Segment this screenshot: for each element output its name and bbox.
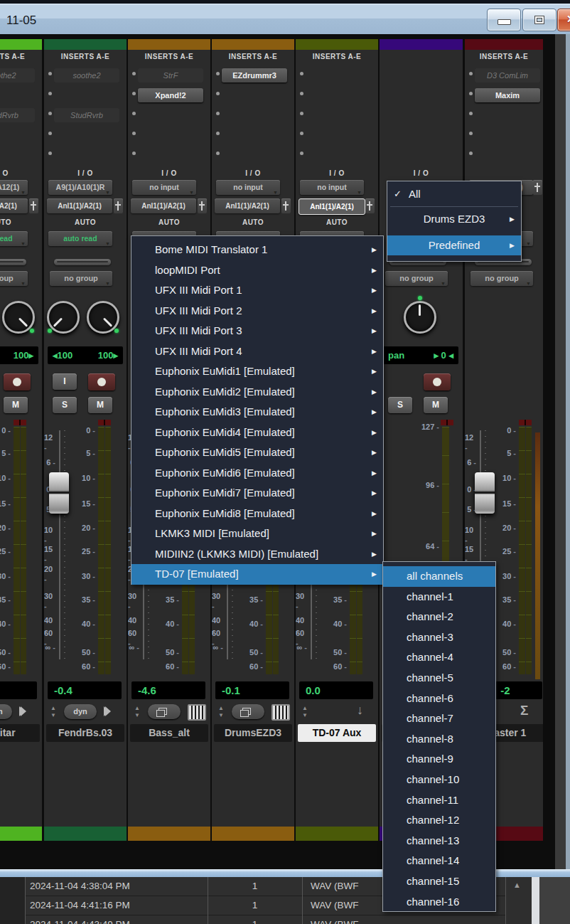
menu-item-midi-channel[interactable]: channel-13 — [383, 831, 495, 851]
menu-item-midi-channel[interactable]: channel-16 — [383, 892, 495, 913]
menu-item-midi-device[interactable]: UFX III Midi Port 4 ▶ — [131, 341, 383, 362]
menu-item-midi-channel[interactable]: channel-15 — [383, 871, 495, 892]
menu-item-midi-device[interactable]: Euphonix EuMidi5 [Emulated] ▶ — [131, 442, 383, 463]
insert-slot[interactable]: soothe2 — [0, 68, 42, 85]
menu-item-midi-channel[interactable]: channel-7 — [383, 708, 495, 729]
restore-button[interactable] — [522, 9, 556, 31]
insert-slot[interactable]: EZdrummr3 — [212, 68, 294, 85]
window-titlebar[interactable]: 11-05 ✕ — [0, 0, 570, 35]
menu-item-midi-device[interactable]: MIDIIN2 (LKMK3 MIDI) [Emulated] ▶ — [131, 544, 383, 565]
insert-slot[interactable]: soothe2 — [44, 68, 127, 85]
insert-slot[interactable] — [212, 87, 294, 105]
scroll-up-arrow-icon[interactable]: ▲ — [513, 881, 521, 889]
dyn-button[interactable]: dyn — [64, 704, 97, 719]
insert-slot[interactable] — [296, 147, 378, 164]
insert-slot[interactable] — [44, 147, 127, 164]
menu-item-midi-device[interactable]: UFX III Midi Port 1 ▶ — [131, 280, 383, 301]
volume-readout[interactable]: -0.1 — [215, 681, 289, 699]
menu-item-midi-channel[interactable]: channel-9 — [383, 749, 495, 770]
nudge-stepper[interactable]: ▲▼ — [132, 705, 142, 719]
output-selector[interactable]: AnI1(1)/A2(1) — [0, 198, 28, 213]
menu-item-midi-channel[interactable]: channel-1 — [383, 587, 495, 607]
midi-keyboard-icon[interactable] — [188, 704, 206, 721]
menu-item-midi-channel[interactable]: channel-12 — [383, 810, 495, 831]
input-selector[interactable]: no input▼ — [300, 180, 364, 195]
mute-button[interactable]: M — [88, 397, 112, 413]
group-selector[interactable]: no group▼ — [470, 271, 533, 286]
solo-button[interactable]: S — [388, 397, 412, 413]
pan-display[interactable]: ◂100100▸ — [0, 346, 38, 364]
insert-slot[interactable] — [296, 107, 378, 124]
group-selector[interactable]: no group▼ — [385, 271, 448, 286]
input-selector[interactable]: A9(1)/A10(1)R▼ — [48, 180, 112, 195]
menu-item-midi-channel[interactable]: channel-4 — [383, 647, 495, 668]
pan-display[interactable]: pan▸ 0 ◂ — [383, 346, 458, 364]
menu-item-midi-device[interactable]: UFX III Midi Port 3 ▶ — [131, 321, 383, 341]
insert-slot[interactable]: StudRvrb — [0, 107, 42, 124]
insert-slot[interactable] — [296, 127, 378, 144]
insert-slot[interactable]: StrF — [128, 68, 210, 85]
input-selector[interactable]: no input▼ — [132, 180, 196, 195]
insert-slot[interactable] — [465, 147, 543, 164]
insert-slot[interactable] — [128, 147, 210, 164]
mute-button[interactable]: M — [424, 397, 448, 413]
automation-mode-selector[interactable]: auto read▼ — [0, 231, 28, 246]
menu-item-predefined[interactable]: Predefined ▶ — [387, 235, 521, 255]
output-selector[interactable]: AnI1(1)/A2(1) — [215, 198, 280, 213]
output-window-icon[interactable] — [533, 180, 542, 195]
pan-knob-right[interactable] — [87, 301, 119, 334]
menu-item-midi-device[interactable]: Euphonix EuMidi1 [Emulated] ▶ — [131, 361, 383, 382]
dyn-button[interactable]: dyn — [0, 704, 12, 719]
insert-slot[interactable] — [212, 127, 294, 144]
menu-item-midi-channel[interactable]: channel-10 — [383, 770, 495, 790]
pan-knob[interactable] — [404, 301, 436, 334]
automation-mode-selector[interactable]: auto read▼ — [48, 231, 112, 246]
insert-slot[interactable] — [128, 107, 210, 124]
track-name[interactable]: DrumsEZD3 — [214, 724, 292, 742]
insert-slot[interactable] — [465, 127, 543, 144]
output-selector[interactable]: AnI1(1)/A2(1) — [47, 198, 112, 213]
nudge-stepper[interactable]: ▲▼ — [300, 705, 310, 719]
record-arm-button[interactable] — [424, 373, 451, 391]
output-selector[interactable]: AnI1(1)/A2(1) — [299, 198, 365, 215]
insert-slot[interactable] — [212, 107, 294, 124]
menu-item-midi-device[interactable]: Euphonix EuMidi2 [Emulated] ▶ — [131, 382, 383, 403]
insert-slot[interactable]: Maxim — [465, 87, 543, 105]
minimize-button[interactable] — [487, 9, 521, 31]
menu-item-midi-device[interactable]: Bome MIDI Translator 1 ▶ — [131, 240, 383, 260]
pan-display[interactable]: ◂100100▸ — [48, 346, 123, 364]
menu-item-midi-device[interactable]: Euphonix EuMidi6 [Emulated] ▶ — [131, 463, 383, 484]
volume-readout[interactable] — [0, 681, 37, 699]
insert-slot[interactable] — [44, 127, 127, 144]
volume-readout[interactable]: -4.6 — [131, 681, 205, 699]
menu-item-midi-device[interactable]: Euphonix EuMidi7 [Emulated] ▶ — [131, 483, 383, 504]
pan-knob-left[interactable] — [47, 301, 80, 334]
group-selector[interactable]: no group▼ — [0, 271, 28, 286]
record-arm-button[interactable] — [4, 373, 31, 391]
menu-item-midi-channel[interactable]: channel-2 — [383, 607, 495, 627]
insert-slot[interactable]: StudRvrb — [44, 107, 127, 124]
track-name-selected[interactable]: TD-07 Aux — [298, 724, 376, 742]
menu-item-midi-channel[interactable]: channel-14 — [383, 851, 495, 871]
menu-item-midi-channel[interactable]: all channels — [383, 566, 495, 587]
insert-slot[interactable] — [465, 107, 543, 124]
menu-item-midi-device[interactable]: TD-07 [Emulated] ▶ — [131, 564, 383, 585]
record-arm-button[interactable] — [88, 373, 115, 391]
menu-item-drums-ezd3[interactable]: Drums EZD3 ▶ — [387, 209, 521, 229]
output-selector[interactable]: AnI1(1)/A2(1) — [131, 198, 196, 213]
insert-slot[interactable] — [128, 127, 210, 144]
menu-item-midi-device[interactable]: Euphonix EuMidi4 [Emulated] ▶ — [131, 423, 383, 443]
input-selector[interactable]: no input▼ — [216, 180, 280, 195]
clip-indicator[interactable] — [14, 420, 26, 425]
file-row[interactable]: 2024-11-04 4:43:49 PM 1 WAV (BWF — [0, 915, 532, 924]
clip-indicator[interactable] — [98, 420, 111, 425]
menu-item-all[interactable]: ✓ All — [387, 184, 521, 204]
object-pill-button[interactable] — [148, 704, 181, 719]
mute-button[interactable]: M — [4, 397, 28, 413]
track-name[interactable]: Guitar — [0, 724, 40, 742]
pan-knob-right[interactable] — [2, 301, 35, 334]
insert-slot[interactable] — [44, 87, 127, 105]
group-slider[interactable] — [0, 259, 26, 265]
track-name[interactable]: FendrBs.03 — [46, 724, 124, 742]
input-selector[interactable]: A11(1)/A12(1)▼ — [0, 180, 28, 195]
